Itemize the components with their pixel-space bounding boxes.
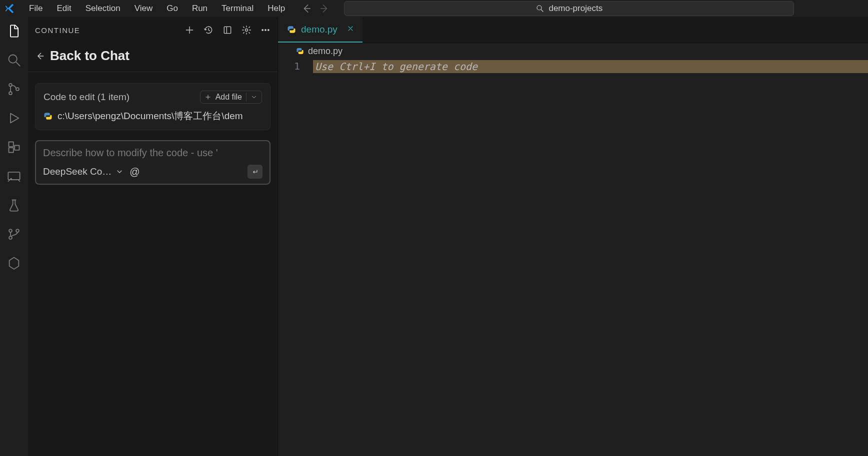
svg-point-14 bbox=[246, 29, 248, 32]
svg-point-0 bbox=[537, 6, 542, 10]
activity-continue-icon[interactable] bbox=[6, 255, 22, 271]
layout-icon[interactable] bbox=[222, 25, 232, 35]
menu-terminal[interactable]: Terminal bbox=[214, 2, 260, 16]
svg-point-15 bbox=[262, 30, 264, 31]
activity-search-icon[interactable] bbox=[6, 52, 22, 68]
activity-remote-icon[interactable] bbox=[6, 168, 22, 184]
back-arrow-icon bbox=[35, 51, 45, 61]
back-to-chat-label: Back to Chat bbox=[50, 48, 130, 64]
svg-rect-6 bbox=[9, 148, 14, 152]
divider bbox=[246, 93, 246, 102]
vscode-logo-icon bbox=[3, 2, 17, 16]
menu-edit[interactable]: Edit bbox=[50, 2, 78, 16]
svg-point-17 bbox=[268, 30, 270, 31]
model-name: DeepSeek Co… bbox=[43, 166, 112, 177]
menu-view[interactable]: View bbox=[128, 2, 160, 16]
editor-area: demo.py demo.py 1 Use Ctrl+I to generate… bbox=[278, 17, 868, 456]
close-tab-icon[interactable] bbox=[346, 24, 354, 35]
breadcrumb[interactable]: demo.py bbox=[278, 43, 868, 59]
prompt-input-card: Describe how to modify the code - use ' … bbox=[35, 140, 270, 185]
activity-run-debug-icon[interactable] bbox=[6, 110, 22, 126]
python-file-icon bbox=[296, 47, 304, 55]
python-file-icon bbox=[287, 25, 296, 34]
svg-rect-5 bbox=[9, 142, 14, 147]
svg-point-4 bbox=[16, 88, 19, 91]
svg-point-16 bbox=[265, 30, 266, 31]
menu-file[interactable]: File bbox=[22, 2, 50, 16]
activity-extensions-icon[interactable] bbox=[6, 139, 22, 155]
line-number-gutter: 1 bbox=[278, 59, 313, 456]
plus-icon bbox=[204, 94, 212, 101]
code-to-edit-title: Code to edit (1 item) bbox=[44, 92, 130, 103]
tab-demo-py[interactable]: demo.py bbox=[278, 17, 362, 43]
python-file-icon bbox=[44, 112, 52, 121]
svg-point-1 bbox=[9, 55, 17, 63]
sidebar-title: CONTINUE bbox=[35, 26, 80, 35]
at-context-button[interactable]: @ bbox=[130, 166, 140, 178]
enter-icon bbox=[251, 168, 259, 176]
activity-git-branch-icon[interactable] bbox=[6, 226, 22, 242]
settings-gear-icon[interactable] bbox=[242, 25, 252, 35]
svg-rect-8 bbox=[8, 172, 20, 180]
breadcrumb-label: demo.py bbox=[308, 46, 342, 57]
activity-testing-icon[interactable] bbox=[6, 197, 22, 213]
svg-rect-13 bbox=[224, 27, 230, 33]
back-to-chat-row[interactable]: Back to Chat bbox=[28, 43, 278, 72]
svg-rect-7 bbox=[14, 146, 19, 150]
code-to-edit-card: Code to edit (1 item) Add file c:\Users\… bbox=[35, 83, 270, 130]
menu-selection[interactable]: Selection bbox=[78, 2, 128, 16]
file-entry[interactable]: c:\Users\pengz\Documents\博客工作台\dem bbox=[44, 110, 262, 123]
model-picker[interactable]: DeepSeek Co… bbox=[43, 166, 124, 177]
search-text: demo-projects bbox=[548, 4, 602, 14]
add-file-label: Add file bbox=[216, 93, 242, 102]
menu-go[interactable]: Go bbox=[160, 2, 185, 16]
nav-forward-icon[interactable] bbox=[319, 3, 330, 14]
file-path: c:\Users\pengz\Documents\博客工作台\dem bbox=[58, 110, 243, 123]
tab-bar: demo.py bbox=[278, 17, 868, 43]
menu-help[interactable]: Help bbox=[260, 2, 292, 16]
nav-back-icon[interactable] bbox=[301, 3, 312, 14]
chevron-down-icon[interactable] bbox=[250, 94, 258, 101]
more-icon[interactable] bbox=[260, 25, 270, 35]
new-chat-icon[interactable] bbox=[184, 25, 194, 35]
tab-label: demo.py bbox=[301, 24, 338, 35]
ghost-text-hint: Use Ctrl+I to generate code bbox=[313, 60, 868, 73]
command-center-search[interactable]: demo-projects bbox=[344, 1, 794, 16]
menu-run[interactable]: Run bbox=[185, 2, 214, 16]
sidebar-header: CONTINUE bbox=[28, 17, 278, 43]
activity-bar bbox=[0, 17, 28, 456]
send-button[interactable] bbox=[248, 165, 262, 179]
history-icon[interactable] bbox=[204, 25, 214, 35]
line-number: 1 bbox=[278, 60, 300, 72]
search-icon bbox=[536, 4, 544, 13]
activity-source-control-icon[interactable] bbox=[6, 81, 22, 97]
svg-point-9 bbox=[10, 179, 12, 180]
prompt-input[interactable]: Describe how to modify the code - use ' bbox=[43, 147, 262, 159]
activity-explorer-icon[interactable] bbox=[6, 23, 22, 39]
code-lines[interactable]: Use Ctrl+I to generate code bbox=[313, 59, 868, 456]
chevron-down-icon bbox=[116, 168, 124, 176]
menubar: File Edit Selection View Go Run Terminal… bbox=[0, 0, 868, 17]
sidebar-panel: CONTINUE Back to Chat Code to edit (1 it… bbox=[28, 17, 278, 456]
add-file-button[interactable]: Add file bbox=[200, 91, 262, 104]
editor-body[interactable]: 1 Use Ctrl+I to generate code bbox=[278, 59, 868, 456]
